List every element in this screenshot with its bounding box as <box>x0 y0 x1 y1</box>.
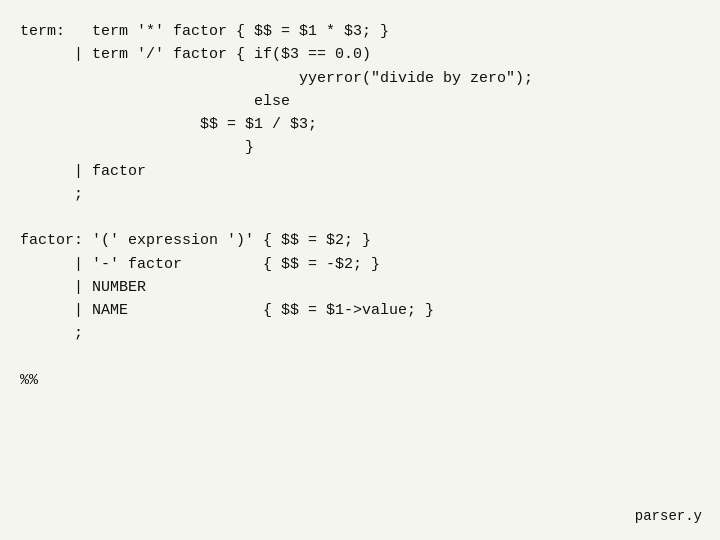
filename-label: parser.y <box>635 506 702 528</box>
code-content: term: term '*' factor { $$ = $1 * $3; } … <box>20 20 700 392</box>
